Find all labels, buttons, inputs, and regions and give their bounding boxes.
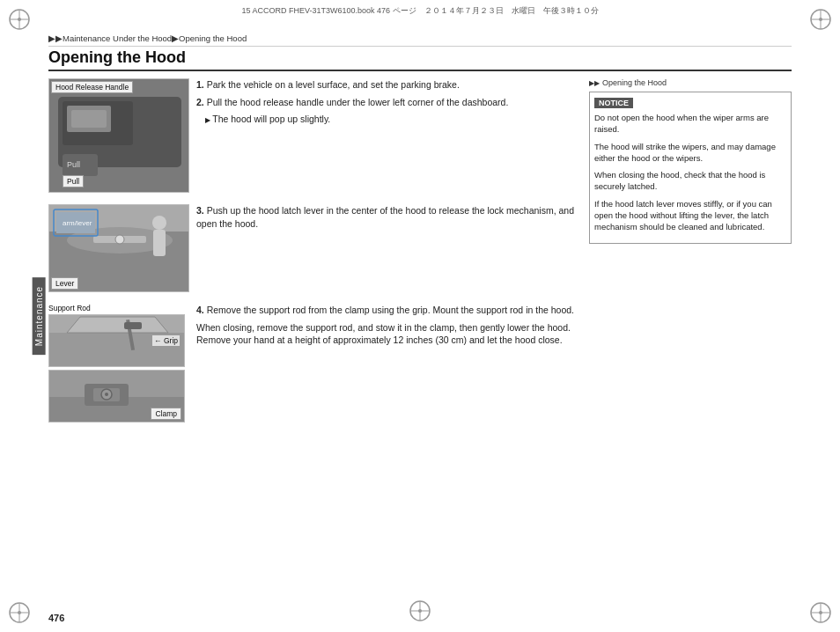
svg-rect-31 [153, 230, 166, 256]
side-maintenance-label: Maintenance [33, 277, 46, 355]
svg-point-7 [819, 18, 822, 21]
step2-sub: The hood will pop up slightly. [196, 113, 576, 126]
step3: 3. Push up the hood latch lever in the c… [196, 204, 576, 230]
support-rod-label: Support Rod [48, 304, 189, 312]
content-area: Pull Hood Release Handle Pull 1. Park th… [48, 78, 792, 597]
breadcrumb: ▶▶Maintenance Under the Hood▶Opening the… [48, 33, 792, 47]
lever-label: Lever [51, 277, 78, 290]
file-info-header: 15 ACCORD FHEV-31T3W6100.book 476 ページ ２０… [44, 5, 796, 17]
lever-image: arm/lever Lever [48, 204, 189, 292]
step1-2-block: Pull Hood Release Handle Pull 1. Park th… [48, 78, 576, 193]
step4: 4. Remove the support rod from the clamp… [196, 304, 576, 317]
svg-point-30 [152, 216, 166, 230]
grip-image: ← Grip [48, 314, 185, 367]
notice-box: NOTICE Do not open the hood when the wip… [589, 92, 792, 244]
notice-3: When closing the hood, check that the ho… [594, 169, 786, 193]
right-section-title: Opening the Hood [589, 78, 792, 87]
svg-marker-39 [67, 317, 168, 333]
clamp-label: Clamp [151, 408, 181, 420]
svg-point-3 [18, 18, 21, 21]
hood-release-image: Pull Hood Release Handle Pull [48, 78, 189, 193]
corner-decoration-tr [808, 7, 833, 32]
step3-text: 3. Push up the hood latch lever in the c… [196, 204, 576, 292]
step3-block: arm/lever Lever 3. Push up the hood latc… [48, 204, 576, 292]
corner-decoration-tl [7, 7, 32, 32]
svg-text:Pull: Pull [67, 160, 80, 169]
step2: 2. Pull the hood release handle under th… [196, 96, 576, 109]
right-section: Opening the Hood NOTICE Do not open the … [589, 78, 792, 597]
main-content: Opening the Hood [48, 48, 792, 597]
svg-point-15 [819, 611, 822, 614]
corner-decoration-bl [7, 600, 32, 625]
svg-point-19 [418, 609, 422, 613]
left-section: Pull Hood Release Handle Pull 1. Park th… [48, 78, 576, 597]
grip-arrow-label: ← Grip [152, 335, 180, 346]
notice-4: If the hood latch lever moves stiffly, o… [594, 198, 786, 233]
notice-2: The hood will strike the wipers, and may… [594, 141, 786, 165]
hood-release-label: Hood Release Handle [51, 81, 133, 93]
svg-point-47 [105, 393, 108, 396]
svg-rect-41 [124, 322, 142, 329]
page-number: 476 [48, 613, 64, 623]
center-bottom-decoration [408, 599, 432, 623]
svg-point-33 [115, 235, 124, 244]
notice-text: Do not open the hood when the wiper arms… [594, 112, 786, 233]
support-rod-area: Support Rod [48, 304, 189, 423]
svg-text:arm/lever: arm/lever [63, 219, 92, 227]
page-title: Opening the Hood [48, 48, 792, 71]
step4-block: Support Rod [48, 304, 576, 425]
notice-header: NOTICE [594, 98, 633, 108]
pull-label: Pull [63, 175, 84, 187]
step1: 1. Park the vehicle on a level surface, … [196, 78, 576, 92]
clamp-image: Clamp [48, 370, 185, 423]
closing-paragraph: When closing, remove the support rod, an… [196, 321, 576, 347]
support-rod-images: Support Rod [48, 304, 189, 425]
svg-rect-24 [71, 110, 107, 128]
corner-decoration-br [808, 600, 833, 625]
step1-2-text: 1. Park the vehicle on a level surface, … [196, 78, 576, 193]
step4-text: 4. Remove the support rod from the clamp… [196, 304, 576, 425]
notice-1: Do not open the hood when the wiper arms… [594, 112, 786, 136]
svg-point-11 [18, 611, 21, 614]
